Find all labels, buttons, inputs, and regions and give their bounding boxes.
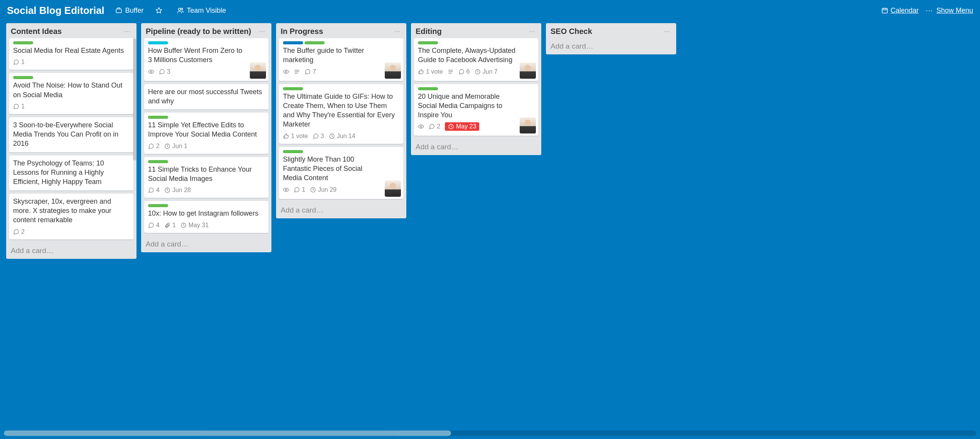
card[interactable]: Here are our most successful Tweets and … (144, 84, 268, 110)
list-header: Editing ⋯ (411, 23, 541, 38)
card[interactable]: Social Media for Real Estate Agents 1 (9, 38, 133, 70)
svg-marker-1 (156, 8, 162, 13)
card[interactable]: 11 Simple Yet Effective Edits to Improve… (144, 113, 268, 154)
list: In Progress ⋯ The Buffer guide to Twitte… (276, 23, 406, 218)
card-title: Social Media for Real Estate Agents (13, 46, 130, 55)
due-badge: Jun 1 (164, 143, 187, 150)
add-card-button[interactable]: Add a card… (546, 38, 676, 54)
card[interactable]: Avoid The Noise: How to Stand Out on Soc… (9, 73, 133, 114)
add-card-button[interactable]: Add a card… (411, 139, 541, 155)
card[interactable]: The Ultimate Guide to GIFs: How to Creat… (279, 84, 403, 144)
comments-badge: 4 (148, 222, 160, 229)
label-green[interactable] (148, 160, 168, 163)
visibility-label: Team Visible (187, 7, 226, 15)
visibility-button[interactable]: Team Visible (173, 4, 230, 17)
card-title: The Complete, Always-Updated Guide to Fa… (418, 46, 517, 65)
avatar[interactable] (520, 117, 536, 133)
board-title[interactable]: Social Blog Editorial (7, 5, 104, 17)
card[interactable]: How Buffer Went From Zero to 3 Millions … (144, 38, 268, 81)
comments-badge: 1 (13, 103, 25, 110)
card-labels (148, 160, 264, 163)
org-button[interactable]: Buffer (111, 4, 148, 17)
calendar-icon (881, 7, 888, 14)
label-green[interactable] (418, 87, 438, 90)
label-green[interactable] (13, 41, 33, 44)
label-green[interactable] (13, 76, 33, 79)
add-card-button[interactable]: Add a card… (276, 202, 406, 218)
svg-point-9 (285, 71, 287, 73)
attachments-badge: 1 (164, 222, 176, 229)
list-menu-icon[interactable]: ⋯ (258, 27, 267, 36)
org-label: Buffer (125, 7, 144, 15)
board-canvas[interactable]: Content Ideas ⋯ Social Media for Real Es… (0, 21, 980, 429)
label-green[interactable] (148, 204, 168, 207)
label-green[interactable] (283, 150, 303, 153)
due-badge: May 31 (180, 222, 209, 229)
label-green[interactable] (148, 116, 168, 119)
calendar-link[interactable]: Calendar (881, 7, 919, 15)
comments-badge: 4 (148, 187, 160, 194)
card[interactable]: 20 Unique and Memorable Social Media Cam… (414, 84, 538, 136)
card[interactable]: The Psychology of Teams: 10 Lessons for … (9, 155, 133, 191)
list-title[interactable]: Content Ideas (11, 27, 123, 36)
card-title: The Buffer guide to Twitter marketing (283, 46, 382, 65)
list-header: In Progress ⋯ (276, 23, 406, 38)
card-badges: 1 vote3Jun 14 (283, 131, 399, 142)
card-badges: 1 (13, 101, 130, 112)
add-card-button[interactable]: Add a card… (141, 236, 271, 252)
card-title: 11 Simple Yet Effective Edits to Improve… (148, 120, 264, 139)
due-badge: Jun 14 (329, 133, 355, 140)
card[interactable]: 10x: How to get Instagram followers 41Ma… (144, 201, 268, 233)
card[interactable]: The Buffer guide to Twitter marketing 7 (279, 38, 403, 81)
comments-badge: 2 (429, 123, 440, 130)
card-title: The Psychology of Teams: 10 Lessons for … (13, 159, 130, 187)
label-blue[interactable] (283, 41, 303, 44)
card-title: Slightly More Than 100 Fantastic Pieces … (283, 155, 382, 183)
show-menu-link[interactable]: Show Menu (936, 7, 973, 15)
card-title: The Ultimate Guide to GIFs: How to Creat… (283, 92, 399, 129)
horizontal-scrollbar[interactable] (4, 431, 976, 436)
watch-badge (418, 123, 424, 130)
card[interactable]: 3 Soon-to-be-Everywhere Social Media Tre… (9, 117, 133, 152)
card-badges: 4Jun 28 (148, 185, 264, 196)
card-badges: 1Jun 29 (283, 184, 382, 195)
watch-badge (283, 69, 289, 75)
card-labels (148, 116, 264, 119)
list-title[interactable]: In Progress (281, 27, 392, 36)
card[interactable]: The Complete, Always-Updated Guide to Fa… (414, 38, 538, 81)
list-header: Content Ideas ⋯ (6, 23, 136, 38)
card-labels (148, 41, 248, 44)
avatar[interactable] (250, 62, 266, 79)
horizontal-scrollbar-thumb[interactable] (4, 431, 451, 436)
avatar[interactable] (385, 181, 401, 197)
list-menu-icon[interactable]: ⋯ (527, 27, 537, 36)
comments-badge: 1 (13, 59, 25, 66)
comments-badge: 2 (13, 228, 25, 235)
avatar[interactable] (385, 62, 401, 79)
card-labels (283, 87, 399, 90)
list-title[interactable]: SEO Check (551, 27, 662, 36)
list-scrollbar-thumb[interactable] (133, 39, 136, 160)
card-badges: 2 (13, 226, 130, 237)
list-menu-icon[interactable]: ⋯ (123, 27, 132, 36)
card-labels (148, 204, 264, 207)
label-cyan[interactable] (148, 41, 168, 44)
star-button[interactable] (152, 5, 169, 16)
card-title: Avoid The Noise: How to Stand Out on Soc… (13, 81, 130, 100)
label-green[interactable] (283, 87, 303, 90)
card-title: 3 Soon-to-be-Everywhere Social Media Tre… (13, 120, 130, 149)
description-badge (294, 69, 300, 75)
list-title[interactable]: Pipeline (ready to be written) (146, 27, 258, 36)
list-menu-icon[interactable]: ⋯ (392, 27, 402, 36)
comments-badge: 3 (313, 133, 324, 140)
list-menu-icon[interactable]: ⋯ (662, 27, 672, 36)
card[interactable]: 11 Simple Tricks to Enhance Your Social … (144, 157, 268, 198)
list-title[interactable]: Editing (416, 27, 527, 36)
card[interactable]: Skyscraper, 10x, evergreen and more. X s… (9, 194, 133, 240)
add-card-button[interactable]: Add a card… (6, 243, 136, 259)
avatar[interactable] (520, 62, 536, 79)
label-green[interactable] (305, 41, 325, 44)
label-green[interactable] (418, 41, 438, 44)
card[interactable]: Slightly More Than 100 Fantastic Pieces … (279, 147, 403, 199)
list-scrollbar[interactable] (133, 39, 136, 242)
